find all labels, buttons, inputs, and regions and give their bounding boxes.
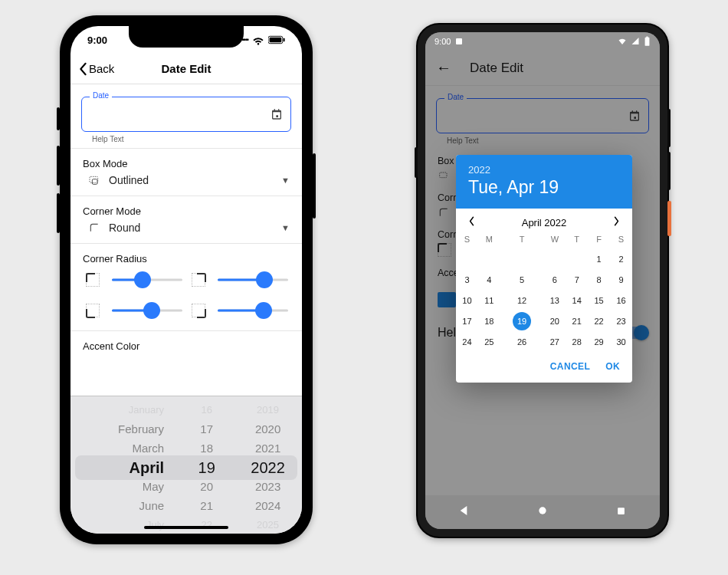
date-picker-date[interactable]: Tue, Apr 19: [468, 177, 620, 198]
corner-mode-dropdown[interactable]: Round ▼: [83, 222, 290, 234]
corner-top-left-icon: [86, 273, 100, 287]
iphone-power-button: [313, 153, 316, 219]
iphone-mute-switch: [57, 107, 60, 130]
corner-radius-bottom-left-slider[interactable]: [112, 303, 182, 318]
calendar-day[interactable]: 13: [543, 290, 566, 310]
box-mode-value: Outlined: [109, 174, 274, 186]
calendar-day[interactable]: 11: [478, 290, 500, 310]
day-wheel[interactable]: 16 17 18 19 20 21 22: [179, 401, 234, 534]
ios-date-picker-sheet[interactable]: January February March April May June Ju…: [71, 396, 302, 534]
calendar-day[interactable]: 30: [610, 331, 632, 352]
calendar-day: [500, 248, 544, 269]
calendar-dow: S: [610, 232, 632, 248]
chevron-left-icon: [78, 62, 87, 76]
corner-mode-value: Round: [109, 222, 274, 234]
calendar-dow: W: [543, 232, 566, 248]
android-power-button: [667, 201, 671, 236]
calendar-day: [566, 248, 588, 269]
ok-button[interactable]: OK: [605, 361, 620, 372]
back-button[interactable]: Back: [78, 62, 114, 76]
calendar-day[interactable]: 1: [588, 248, 610, 269]
calendar-day[interactable]: 9: [610, 269, 632, 290]
calendar-dow: F: [588, 232, 610, 248]
svg-point-9: [539, 507, 546, 514]
calendar-day[interactable]: 28: [566, 331, 588, 352]
calendar-day[interactable]: 15: [588, 290, 610, 310]
svg-rect-3: [90, 176, 98, 182]
svg-rect-1: [270, 38, 282, 42]
android-home-button[interactable]: [536, 504, 549, 520]
calendar-day[interactable]: 3: [456, 269, 478, 290]
android-volume-down: [667, 152, 671, 190]
iphone-notch: [129, 26, 244, 48]
calendar-dow: S: [456, 232, 478, 248]
calendar-day[interactable]: 25: [478, 331, 500, 352]
calendar-day[interactable]: 12: [500, 290, 544, 310]
calendar-day: [478, 248, 500, 269]
box-mode-dropdown[interactable]: Outlined ▼: [83, 174, 290, 186]
calendar-day[interactable]: 16: [610, 290, 632, 310]
calendar-day[interactable]: 17: [456, 310, 478, 331]
calendar-day[interactable]: 14: [566, 290, 588, 310]
corner-bottom-right-icon: [192, 304, 205, 317]
box-mode-label: Box Mode: [83, 158, 290, 169]
cancel-button[interactable]: CANCEL: [550, 361, 590, 372]
calendar-day[interactable]: 22: [588, 310, 610, 331]
corner-radius-top-right-slider[interactable]: [218, 272, 288, 288]
calendar-day[interactable]: 21: [566, 310, 588, 331]
calendar-day[interactable]: 10: [456, 290, 478, 310]
svg-rect-10: [618, 508, 625, 514]
year-wheel[interactable]: 2019 2020 2021 2022 2023 2024 2025: [234, 401, 302, 534]
iphone-device-frame: 9:00 •••• Back Date Edit: [60, 15, 313, 544]
android-screen: ← Date Edit Date Help Text Box M: [425, 32, 660, 529]
calendar-day[interactable]: 5: [500, 269, 544, 290]
date-picker-header: 2022 Tue, Apr 19: [456, 155, 632, 209]
android-back-button[interactable]: [458, 504, 471, 520]
android-recent-button[interactable]: [615, 505, 627, 520]
calendar-dow: M: [478, 232, 500, 248]
calendar-day[interactable]: 29: [588, 331, 610, 352]
calendar-day[interactable]: 2: [610, 248, 632, 269]
month-wheel[interactable]: January February March April May June Ju…: [71, 401, 179, 534]
svg-rect-2: [284, 38, 285, 42]
svg-rect-6: [456, 38, 462, 44]
box-mode-icon: [87, 174, 101, 186]
date-input-label: Date: [90, 91, 112, 100]
corner-radius-bottom-right-slider[interactable]: [218, 303, 288, 318]
corner-top-right-icon: [192, 273, 205, 287]
calendar-dow: T: [500, 232, 544, 248]
calendar-day[interactable]: 4: [478, 269, 500, 290]
calendar-day: [456, 248, 478, 269]
calendar-day[interactable]: 19: [500, 310, 544, 331]
calendar-day[interactable]: 26: [500, 331, 544, 352]
calendar-day[interactable]: 6: [543, 269, 566, 290]
corner-radius-top-left-slider[interactable]: [112, 272, 182, 288]
calendar-day[interactable]: 24: [456, 331, 478, 352]
calendar-dow: T: [566, 232, 588, 248]
chevron-down-icon: ▼: [281, 223, 290, 232]
battery-icon: [268, 35, 285, 44]
iphone-volume-down: [57, 193, 60, 233]
prev-month-button[interactable]: [464, 216, 479, 228]
next-month-button[interactable]: [609, 216, 625, 228]
calendar-day[interactable]: 27: [543, 331, 566, 352]
calendar-day[interactable]: 18: [478, 310, 500, 331]
calendar-day[interactable]: 20: [543, 310, 566, 331]
calendar-icon[interactable]: [271, 108, 283, 120]
accent-color-label: Accent Color: [83, 340, 290, 352]
calendar-day[interactable]: 7: [566, 269, 588, 290]
iphone-screen: 9:00 •••• Back Date Edit: [71, 26, 302, 534]
calendar-day[interactable]: 8: [588, 269, 610, 290]
android-status-bar: 9:00: [425, 32, 660, 51]
android-status-time: 9:00: [435, 37, 451, 46]
calendar-day[interactable]: 23: [610, 310, 632, 331]
android-nav-bar: [425, 495, 660, 529]
calendar-grid: SMTWTFS 12345678910111213141516171819202…: [456, 232, 632, 352]
date-input[interactable]: Date: [81, 97, 291, 132]
corner-radius-label: Corner Radius: [83, 253, 290, 264]
battery-icon: [644, 36, 651, 47]
android-device-frame: ← Date Edit Date Help Text Box M: [416, 23, 669, 538]
iphone-volume-up: [57, 146, 60, 186]
corner-mode-icon: [87, 222, 101, 234]
date-picker-year[interactable]: 2022: [468, 164, 620, 176]
